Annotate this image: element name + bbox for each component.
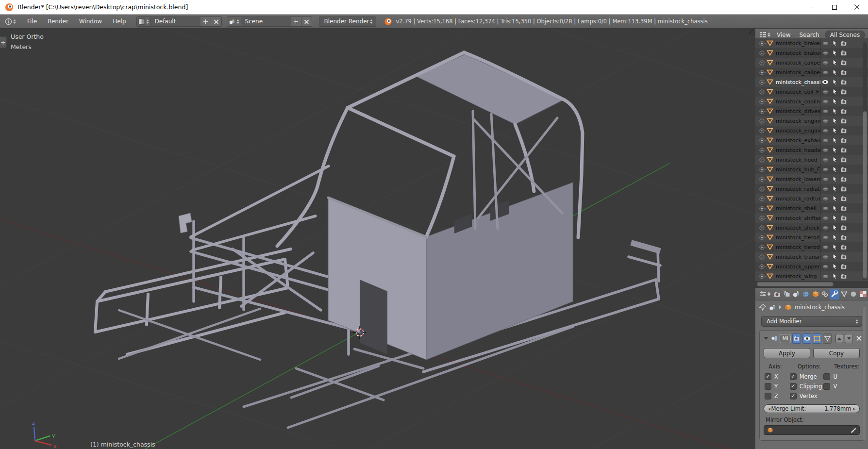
expand-plus-icon[interactable] xyxy=(759,70,765,75)
renderability-cell[interactable] xyxy=(839,233,848,242)
outliner-object-row[interactable]: ministock_hood xyxy=(755,155,868,165)
expand-plus-icon[interactable] xyxy=(759,148,765,153)
selectability-cell[interactable] xyxy=(830,48,839,58)
renderability-cell[interactable] xyxy=(839,135,848,145)
renderability-cell[interactable] xyxy=(839,116,848,126)
selectability-cell[interactable] xyxy=(830,77,839,87)
area-corner-widget[interactable] xyxy=(749,29,755,35)
selectability-cell[interactable] xyxy=(830,58,839,67)
delete-modifier-button[interactable] xyxy=(856,336,861,341)
menu-window[interactable]: Window xyxy=(74,16,107,27)
mirror-object-field[interactable] xyxy=(764,425,860,435)
selectability-cell[interactable] xyxy=(830,106,839,116)
visibility-cell[interactable] xyxy=(820,223,830,233)
renderability-cell[interactable] xyxy=(839,223,848,233)
renderability-cell[interactable] xyxy=(839,77,848,87)
outliner-object-row[interactable]: ministock_transmis xyxy=(755,252,868,262)
tab-world[interactable] xyxy=(801,289,811,299)
checkbox-unchecked-icon[interactable] xyxy=(765,383,771,390)
modifier-name-field[interactable]: Mi xyxy=(780,334,791,343)
visibility-cell[interactable] xyxy=(820,145,830,155)
checkbox-unchecked-icon[interactable] xyxy=(765,393,771,399)
pin-icon[interactable] xyxy=(759,304,766,311)
checkbox-vertex[interactable]: Vertex xyxy=(790,392,824,400)
tab-material[interactable] xyxy=(849,289,859,299)
visibility-cell[interactable] xyxy=(820,67,830,77)
move-modifier-down-button[interactable] xyxy=(845,334,852,343)
visibility-cell[interactable] xyxy=(820,116,830,126)
checkbox-x[interactable]: X xyxy=(765,373,790,381)
selectability-cell[interactable] xyxy=(830,203,839,213)
visibility-cell[interactable] xyxy=(820,155,830,165)
visibility-cell[interactable] xyxy=(820,194,830,203)
expand-plus-icon[interactable] xyxy=(759,50,765,56)
add-scene-button[interactable] xyxy=(291,17,301,27)
outliner-object-row[interactable]: ministock_caliper_F xyxy=(755,58,868,67)
renderability-cell[interactable] xyxy=(839,242,848,252)
toggle-edit-mode-display[interactable] xyxy=(813,333,821,344)
renderability-cell[interactable] xyxy=(839,262,848,271)
expand-plus-icon[interactable] xyxy=(759,206,765,211)
renderability-cell[interactable] xyxy=(839,213,848,223)
screen-layout-icon-button[interactable] xyxy=(136,17,151,27)
tab-render-layers[interactable] xyxy=(782,289,792,299)
outliner-object-row[interactable]: ministock_coolingfa xyxy=(755,97,868,106)
renderability-cell[interactable] xyxy=(839,203,848,213)
selectability-cell[interactable] xyxy=(830,174,839,184)
selectability-cell[interactable] xyxy=(830,184,839,194)
outliner-object-row[interactable]: ministock_upperarm xyxy=(755,262,868,271)
add-layout-button[interactable] xyxy=(200,17,211,27)
outliner-object-row[interactable]: ministock_radtube xyxy=(755,194,868,203)
expand-plus-icon[interactable] xyxy=(759,196,765,201)
checkbox-checked-icon[interactable] xyxy=(790,393,797,399)
slider-right-arrow-icon[interactable]: ▸ xyxy=(853,406,855,411)
renderability-cell[interactable] xyxy=(839,38,848,48)
render-engine-dropdown[interactable]: Blender Render xyxy=(319,17,376,27)
expand-plus-icon[interactable] xyxy=(759,109,765,114)
renderability-cell[interactable] xyxy=(839,174,848,184)
visibility-cell[interactable] xyxy=(820,271,830,281)
menu-file[interactable]: File xyxy=(22,16,42,27)
expand-plus-icon[interactable] xyxy=(759,138,765,143)
menu-help[interactable]: Help xyxy=(107,16,131,27)
visibility-cell[interactable] xyxy=(820,252,830,262)
selectability-cell[interactable] xyxy=(830,233,839,242)
visibility-cell[interactable] xyxy=(820,48,830,58)
renderability-cell[interactable] xyxy=(839,58,848,67)
outliner-filter-dropdown[interactable]: All Scenes xyxy=(825,31,866,39)
expand-plus-icon[interactable] xyxy=(759,157,765,163)
tab-modifiers[interactable] xyxy=(830,289,839,299)
visibility-cell[interactable] xyxy=(820,174,830,184)
expand-plus-icon[interactable] xyxy=(759,235,765,240)
checkbox-checked-icon[interactable] xyxy=(790,373,797,380)
checkbox-clipping[interactable]: Clipping xyxy=(790,382,824,390)
renderability-cell[interactable] xyxy=(839,271,848,281)
checkbox-unchecked-icon[interactable] xyxy=(823,383,830,390)
selectability-cell[interactable] xyxy=(830,87,839,97)
checkbox-checked-icon[interactable] xyxy=(790,383,797,390)
expand-plus-icon[interactable] xyxy=(759,225,765,231)
collapse-triangle-icon[interactable] xyxy=(764,337,768,340)
selectability-cell[interactable] xyxy=(830,126,839,135)
selectability-cell[interactable] xyxy=(830,135,839,145)
renderability-cell[interactable] xyxy=(839,97,848,106)
minimize-button[interactable] xyxy=(801,0,823,14)
outliner-object-row[interactable]: ministock_engine_1 xyxy=(755,116,868,126)
outliner-object-row[interactable]: ministock_drivesha xyxy=(755,106,868,116)
expand-plus-icon[interactable] xyxy=(759,60,765,66)
selectability-cell[interactable] xyxy=(830,242,839,252)
toggle-viewport-visibility[interactable] xyxy=(802,333,811,344)
scene-icon-button[interactable] xyxy=(227,17,241,27)
expand-plus-icon[interactable] xyxy=(759,264,765,269)
outliner-object-row[interactable]: ministock_shifter_M xyxy=(755,213,868,223)
slider-left-arrow-icon[interactable]: ◂ xyxy=(768,406,770,411)
outliner-object-row[interactable]: ministock_loweram xyxy=(755,174,868,184)
apply-button[interactable]: Apply xyxy=(764,348,810,358)
toggle-cage-display[interactable] xyxy=(823,333,832,344)
outliner-object-row[interactable]: ministock_radiator xyxy=(755,184,868,194)
selectability-cell[interactable] xyxy=(830,194,839,203)
merge-limit-slider[interactable]: ◂ Merge Limit: 1.778mm ▸ xyxy=(764,404,860,413)
close-button[interactable] xyxy=(846,0,868,14)
renderability-cell[interactable] xyxy=(839,87,848,97)
expand-plus-icon[interactable] xyxy=(759,89,765,95)
